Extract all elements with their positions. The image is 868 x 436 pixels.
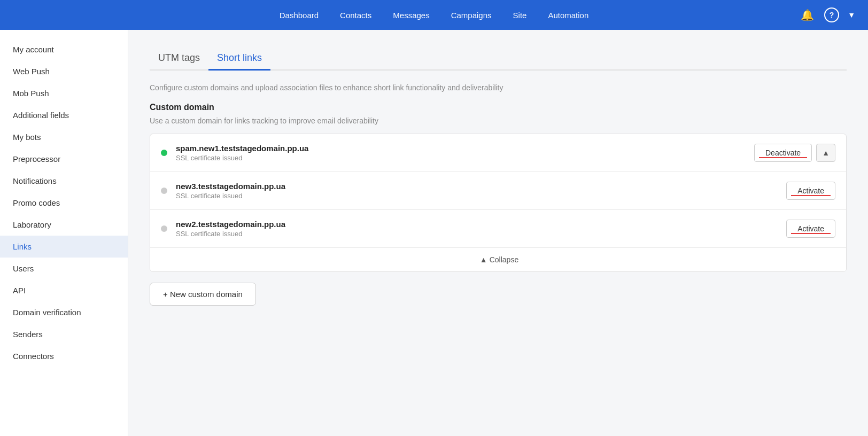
sidebar-item-domain-verification[interactable]: Domain verification bbox=[0, 301, 128, 323]
section-subtitle: Use a custom domain for links tracking t… bbox=[150, 116, 847, 125]
sidebar: My account Web Push Mob Push Additional … bbox=[0, 30, 128, 436]
tabs: UTM tags Short links bbox=[150, 47, 847, 71]
sidebar-item-mob-push[interactable]: Mob Push bbox=[0, 82, 128, 104]
new-custom-domain-button[interactable]: + New custom domain bbox=[150, 283, 256, 306]
collapse-chevron-icon: ▲ bbox=[480, 255, 487, 264]
domain-name-3: new2.teststagedomain.pp.ua bbox=[176, 220, 786, 229]
domain-ssl-2: SSL certificate issued bbox=[176, 192, 786, 200]
domain-info-1: spam.new1.teststagedomain.pp.ua SSL cert… bbox=[176, 144, 754, 162]
tab-utm-tags[interactable]: UTM tags bbox=[150, 47, 208, 71]
tab-short-links[interactable]: Short links bbox=[208, 47, 270, 71]
sidebar-item-notifications[interactable]: Notifications bbox=[0, 170, 128, 192]
activate-button-3[interactable]: Activate bbox=[786, 220, 835, 238]
top-nav: Dashboard Contacts Messages Campaigns Si… bbox=[0, 0, 868, 30]
page-layout: My account Web Push Mob Push Additional … bbox=[0, 30, 868, 436]
notification-bell-icon[interactable]: 🔔 bbox=[799, 6, 816, 24]
sidebar-item-promo-codes[interactable]: Promo codes bbox=[0, 192, 128, 214]
domain-ssl-3: SSL certificate issued bbox=[176, 230, 786, 238]
expand-button-1[interactable]: ▲ bbox=[816, 144, 835, 162]
account-dropdown-icon[interactable]: ▼ bbox=[848, 11, 855, 19]
domain-name-1: spam.new1.teststagedomain.pp.ua bbox=[176, 144, 754, 153]
sidebar-item-laboratory[interactable]: Laboratory bbox=[0, 214, 128, 236]
domain-row-2: new3.teststagedomain.pp.ua SSL certifica… bbox=[150, 172, 846, 210]
deactivate-button-1[interactable]: Deactivate bbox=[754, 144, 812, 162]
nav-links: Dashboard Contacts Messages Campaigns Si… bbox=[280, 11, 589, 20]
domain-row-3: new2.teststagedomain.pp.ua SSL certifica… bbox=[150, 210, 846, 248]
domain-ssl-1: SSL certificate issued bbox=[176, 154, 754, 162]
sidebar-item-api[interactable]: API bbox=[0, 279, 128, 301]
help-icon[interactable]: ? bbox=[824, 7, 839, 22]
sidebar-item-senders[interactable]: Senders bbox=[0, 323, 128, 345]
domain-status-inactive-icon-3 bbox=[161, 225, 167, 232]
domain-name-2: new3.teststagedomain.pp.ua bbox=[176, 182, 786, 191]
sidebar-item-additional-fields[interactable]: Additional fields bbox=[0, 104, 128, 126]
nav-dashboard[interactable]: Dashboard bbox=[280, 11, 319, 20]
domain-status-inactive-icon-2 bbox=[161, 188, 167, 194]
sidebar-item-connectors[interactable]: Connectors bbox=[0, 345, 128, 367]
section-title: Custom domain bbox=[150, 103, 847, 112]
sidebar-item-web-push[interactable]: Web Push bbox=[0, 60, 128, 82]
nav-campaigns[interactable]: Campaigns bbox=[451, 11, 492, 20]
domain-actions-1: Deactivate ▲ bbox=[754, 144, 835, 162]
activate-button-2[interactable]: Activate bbox=[786, 182, 835, 200]
domain-actions-3: Activate bbox=[786, 220, 835, 238]
sidebar-item-my-bots[interactable]: My bots bbox=[0, 126, 128, 148]
sidebar-item-my-account[interactable]: My account bbox=[0, 38, 128, 60]
sidebar-item-users[interactable]: Users bbox=[0, 258, 128, 279]
main-content: UTM tags Short links Configure custom do… bbox=[128, 30, 868, 436]
page-description: Configure custom domains and upload asso… bbox=[150, 83, 847, 92]
collapse-row[interactable]: ▲ Collapse bbox=[150, 248, 846, 271]
nav-site[interactable]: Site bbox=[513, 11, 527, 20]
domain-row-1: spam.new1.teststagedomain.pp.ua SSL cert… bbox=[150, 134, 846, 172]
collapse-label: Collapse bbox=[490, 255, 518, 264]
domain-list: spam.new1.teststagedomain.pp.ua SSL cert… bbox=[150, 134, 847, 272]
sidebar-item-preprocessor[interactable]: Preprocessor bbox=[0, 148, 128, 170]
nav-messages[interactable]: Messages bbox=[393, 11, 429, 20]
domain-info-3: new2.teststagedomain.pp.ua SSL certifica… bbox=[176, 220, 786, 238]
domain-status-active-icon bbox=[161, 150, 167, 156]
nav-right: 🔔 ? ▼ bbox=[799, 6, 855, 24]
nav-automation[interactable]: Automation bbox=[548, 11, 588, 20]
domain-actions-2: Activate bbox=[786, 182, 835, 200]
domain-info-2: new3.teststagedomain.pp.ua SSL certifica… bbox=[176, 182, 786, 200]
nav-contacts[interactable]: Contacts bbox=[340, 11, 371, 20]
sidebar-item-links[interactable]: Links bbox=[0, 236, 128, 258]
